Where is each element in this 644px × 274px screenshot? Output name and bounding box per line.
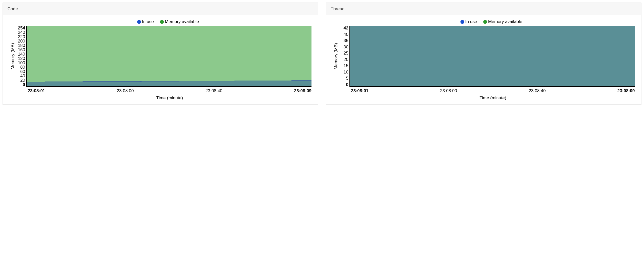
- panel-code: Code In use Memory available Memory (MB)…: [3, 3, 318, 105]
- ytick: 220: [18, 35, 25, 39]
- ytick: 35: [344, 38, 348, 43]
- ytick: 120: [18, 56, 25, 61]
- ytick: 254: [18, 26, 25, 30]
- panel-thread: Thread In use Memory available Memory (M…: [326, 3, 641, 105]
- ytick: 42: [344, 26, 348, 30]
- xtick: 23:08:09: [294, 88, 311, 93]
- ytick: 240: [18, 30, 25, 35]
- ytick: 20: [20, 78, 25, 82]
- xtick: 23:08:01: [351, 88, 368, 93]
- legend-label-inuse: In use: [465, 19, 477, 24]
- legend-dot-inuse-icon: [137, 20, 141, 24]
- xtick: 23:08:01: [28, 88, 45, 93]
- series-inuse-area: [350, 26, 635, 86]
- legend-dot-inuse-icon: [460, 20, 464, 24]
- yaxis-thread: 42 40 35 30 25 20 15 10 5 0: [340, 26, 349, 87]
- ytick: 15: [344, 64, 348, 68]
- xtick: 23:08:40: [529, 88, 546, 93]
- panel-body-thread: In use Memory available Memory (MB) 42 4…: [326, 15, 641, 104]
- ytick: 100: [18, 61, 25, 65]
- xtick: 23:08:40: [205, 88, 222, 93]
- legend-item-available[interactable]: Memory available: [483, 19, 522, 24]
- legend-item-available[interactable]: Memory available: [160, 19, 199, 24]
- panel-body-code: In use Memory available Memory (MB) 254 …: [3, 15, 318, 104]
- ylabel-thread: Memory (MB): [333, 26, 340, 87]
- panel-header-code: Code: [3, 3, 318, 15]
- yaxis-code: 254 240 220 200 180 160 140 120 100 80 6…: [16, 26, 26, 87]
- ytick: 80: [20, 65, 25, 69]
- ytick: 200: [18, 39, 25, 43]
- plot-row-thread: Memory (MB) 42 40 35 30 25 20 15 10 5 0: [333, 26, 635, 87]
- xtick: 23:08:00: [117, 88, 134, 93]
- ytick: 140: [18, 52, 25, 56]
- legend-item-inuse[interactable]: In use: [137, 19, 154, 24]
- panel-header-thread: Thread: [326, 3, 641, 15]
- ytick: 180: [18, 43, 25, 48]
- legend-dot-available-icon: [483, 20, 487, 24]
- legend-code: In use Memory available: [9, 19, 311, 24]
- ytick: 5: [346, 76, 348, 80]
- plot-row-code: Memory (MB) 254 240 220 200 180 160 140 …: [9, 26, 311, 87]
- legend-label-inuse: In use: [142, 19, 154, 24]
- ytick: 20: [344, 57, 348, 62]
- xtick: 23:08:09: [617, 88, 635, 93]
- xlabel-thread: Time (minute): [351, 96, 635, 101]
- ytick: 0: [346, 82, 348, 87]
- legend-label-available: Memory available: [165, 19, 199, 24]
- ytick: 160: [18, 48, 25, 52]
- xaxis-code: 23:08:01 23:08:00 23:08:40 23:08:09: [28, 88, 311, 93]
- ytick: 40: [20, 74, 25, 78]
- plot-area-code[interactable]: [26, 26, 311, 87]
- ytick: 0: [23, 82, 25, 87]
- ylabel-code: Memory (MB): [9, 26, 16, 87]
- xaxis-thread: 23:08:01 23:08:00 23:08:40 23:08:09: [351, 88, 635, 93]
- ytick: 60: [20, 69, 25, 74]
- ytick: 10: [344, 70, 348, 74]
- legend-item-inuse[interactable]: In use: [460, 19, 477, 24]
- series-available-area: [27, 26, 311, 86]
- xlabel-code: Time (minute): [28, 96, 311, 101]
- legend-label-available: Memory available: [488, 19, 522, 24]
- legend-thread: In use Memory available: [333, 19, 635, 24]
- xtick: 23:08:00: [440, 88, 457, 93]
- legend-dot-available-icon: [160, 20, 164, 24]
- chart-svg-code: [27, 26, 311, 86]
- ytick: 30: [344, 45, 348, 49]
- ytick: 25: [344, 51, 348, 55]
- ytick: 40: [344, 32, 348, 37]
- chart-svg-thread: [350, 26, 635, 86]
- plot-area-thread[interactable]: [349, 26, 635, 87]
